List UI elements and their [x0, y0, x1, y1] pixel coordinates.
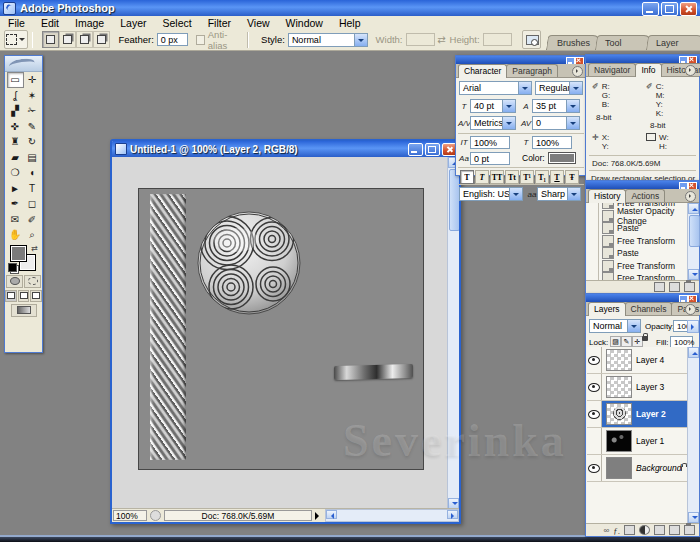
- delete-state-icon[interactable]: [684, 282, 695, 292]
- menu-select[interactable]: Select: [154, 17, 199, 29]
- palette-titlebar[interactable]: [586, 55, 699, 63]
- magic-wand-tool[interactable]: ✶: [24, 88, 41, 104]
- menu-layer[interactable]: Layer: [112, 17, 154, 29]
- scroll-up-icon[interactable]: [688, 347, 699, 358]
- adjustment-layer-icon[interactable]: [639, 525, 650, 535]
- scroll-down-icon[interactable]: [688, 269, 699, 280]
- scroll-up-icon[interactable]: [688, 203, 699, 214]
- tab-navigator[interactable]: Navigator: [588, 63, 636, 76]
- doc-maximize-button[interactable]: [425, 143, 440, 156]
- visibility-toggle[interactable]: [587, 428, 602, 454]
- eyedropper-tool[interactable]: ✐: [24, 212, 41, 228]
- tab-actions[interactable]: Actions: [625, 189, 665, 202]
- layer-row-selected[interactable]: Layer 2: [587, 401, 688, 428]
- superscript-button[interactable]: T¹: [520, 170, 534, 184]
- strikethrough-button[interactable]: Ŧ: [565, 170, 579, 184]
- palette-menu-icon[interactable]: [685, 304, 696, 315]
- vertical-scale-input[interactable]: 100%: [470, 136, 510, 149]
- visibility-toggle[interactable]: [587, 347, 602, 373]
- font-style-select[interactable]: Regular: [535, 81, 583, 95]
- menu-file[interactable]: File: [0, 17, 33, 29]
- underline-button[interactable]: T: [550, 170, 564, 184]
- faux-italic-button[interactable]: T: [475, 170, 489, 184]
- default-colors-icon[interactable]: [8, 263, 17, 272]
- tab-info[interactable]: Info: [635, 63, 661, 77]
- visibility-toggle[interactable]: [587, 401, 602, 427]
- feather-input[interactable]: 0 px: [157, 33, 188, 46]
- blend-mode-select[interactable]: Normal: [589, 319, 641, 333]
- menu-view[interactable]: View: [239, 17, 278, 29]
- layers-scrollbar[interactable]: [687, 347, 699, 523]
- zoom-tool[interactable]: ⌕: [24, 227, 41, 243]
- new-layer-icon[interactable]: [669, 525, 680, 535]
- status-menu-arrow-icon[interactable]: [315, 512, 323, 520]
- menu-help[interactable]: Help: [331, 17, 369, 29]
- visibility-toggle[interactable]: [587, 455, 602, 481]
- palette-titlebar[interactable]: [456, 56, 586, 64]
- minimize-button[interactable]: [642, 2, 659, 16]
- leading-select[interactable]: 35 pt: [532, 99, 580, 113]
- all-caps-button[interactable]: TT: [490, 170, 504, 184]
- new-snapshot-icon[interactable]: [669, 282, 680, 292]
- scroll-down-icon[interactable]: [688, 512, 699, 523]
- tab-layer-comps[interactable]: Layer Comps: [646, 35, 700, 50]
- crop-tool[interactable]: ▞: [7, 103, 24, 119]
- tool-preset-picker[interactable]: [4, 30, 28, 49]
- history-brush-tool[interactable]: ↻: [24, 134, 41, 150]
- font-size-select[interactable]: 40 pt: [470, 99, 516, 113]
- layer-style-icon[interactable]: ƒ.: [613, 526, 620, 534]
- new-group-icon[interactable]: [654, 525, 665, 535]
- palette-menu-icon[interactable]: [572, 66, 583, 77]
- layer-thumbnail[interactable]: [606, 349, 632, 371]
- antialias-checkbox[interactable]: [196, 35, 205, 45]
- layer-row[interactable]: Layer 1: [587, 428, 688, 455]
- doc-minimize-button[interactable]: [408, 143, 423, 156]
- new-document-from-state-icon[interactable]: [654, 282, 665, 292]
- tracking-select[interactable]: 0: [532, 116, 580, 130]
- shape-tool[interactable]: ◻: [24, 196, 41, 212]
- close-button[interactable]: [680, 2, 697, 16]
- zoom-level-field[interactable]: 100%: [113, 510, 147, 521]
- lock-all-icon[interactable]: [642, 336, 648, 341]
- scroll-thumb[interactable]: [449, 169, 459, 231]
- tab-layers[interactable]: Layers: [588, 302, 626, 316]
- quick-mask-mode-button[interactable]: [24, 275, 41, 288]
- history-item[interactable]: Free Transform: [587, 235, 688, 248]
- language-select[interactable]: English: USA: [459, 187, 523, 201]
- move-tool[interactable]: ✛: [24, 72, 41, 88]
- menu-edit[interactable]: Edit: [33, 17, 67, 29]
- tab-tool-presets[interactable]: Tool Presets: [595, 35, 652, 50]
- dropdown-arrow-icon[interactable]: [354, 34, 367, 46]
- clone-stamp-tool[interactable]: ♜: [7, 134, 24, 150]
- menu-window[interactable]: Window: [278, 17, 331, 29]
- tab-paragraph[interactable]: Paragraph: [506, 64, 558, 77]
- tab-channels[interactable]: Channels: [625, 302, 673, 315]
- palette-titlebar[interactable]: [586, 181, 699, 189]
- foreground-color-swatch[interactable]: [10, 245, 27, 262]
- font-family-select[interactable]: Arial: [459, 81, 532, 95]
- lock-pixels-icon[interactable]: ✎: [621, 336, 632, 347]
- visibility-toggle[interactable]: [587, 374, 602, 400]
- restore-button[interactable]: [661, 2, 678, 16]
- anti-alias-select[interactable]: Sharp: [537, 187, 581, 201]
- path-selection-tool[interactable]: ►: [7, 181, 24, 197]
- layer-row[interactable]: Layer 3: [587, 374, 688, 401]
- scroll-left-icon[interactable]: [326, 510, 337, 519]
- eraser-tool[interactable]: ▰: [7, 150, 24, 166]
- history-item[interactable]: Paste: [587, 247, 688, 260]
- subtract-selection-button[interactable]: [76, 31, 93, 48]
- add-selection-button[interactable]: [59, 31, 76, 48]
- tab-history[interactable]: History: [588, 189, 626, 203]
- tab-character[interactable]: Character: [458, 64, 507, 78]
- layer-row[interactable]: Layer 4: [587, 347, 688, 374]
- hand-tool[interactable]: ✋: [7, 227, 24, 243]
- history-scrollbar[interactable]: [687, 203, 699, 280]
- slice-tool[interactable]: ✁: [24, 103, 41, 119]
- history-item[interactable]: Free Transform: [587, 260, 688, 273]
- baseline-shift-input[interactable]: 0 pt: [470, 152, 510, 165]
- lasso-tool[interactable]: ʆ: [7, 88, 24, 104]
- layer-row[interactable]: Background: [587, 455, 688, 482]
- file-browser-button[interactable]: [522, 30, 541, 49]
- fullscreen-button[interactable]: [30, 290, 42, 302]
- notes-tool[interactable]: ✉: [7, 212, 24, 228]
